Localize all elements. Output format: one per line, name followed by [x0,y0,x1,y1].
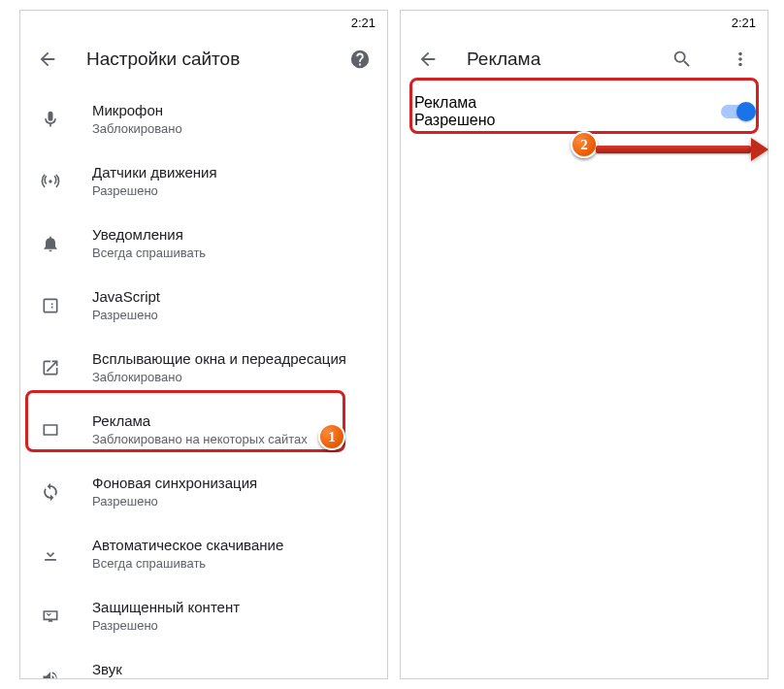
row-title: Фоновая синхронизация [92,474,372,493]
search-button[interactable] [663,40,702,79]
ads-switch[interactable] [721,103,754,120]
page-title: Настройки сайтов [86,49,321,70]
row-title: Уведомления [92,225,372,245]
row-subtitle: Разрешено [92,308,372,324]
download-icon [32,544,69,564]
back-button[interactable] [28,40,67,79]
protected-icon [32,607,69,626]
settings-row-popup[interactable]: Всплывающие окна и переадресацияЗаблокир… [20,337,387,399]
settings-row-bell[interactable]: УведомленияВсегда спрашивать [20,213,387,275]
row-subtitle: Заблокировано [92,370,372,386]
settings-row-sound[interactable]: ЗвукРазрешено [20,647,387,679]
settings-row-sensors[interactable]: Датчики движенияРазрешено [20,150,387,213]
row-subtitle: Всегда спрашивать [92,556,372,573]
row-title: Защищенный контент [92,598,372,617]
mic-icon [32,110,69,129]
toggle-title: Реклама [414,94,709,112]
row-title: Датчики движения [92,163,372,182]
sync-icon [32,482,69,502]
step-badge-2: 2 [571,131,598,158]
step-badge-1: 1 [318,423,345,450]
settings-row-download[interactable]: Автоматическое скачиваниеВсегда спрашива… [20,523,387,585]
row-subtitle: Разрешено [92,618,372,635]
clock: 2:21 [351,16,376,30]
row-title: Всплывающие окна и переадресация [92,349,372,369]
toggle-subtitle: Разрешено [414,112,709,129]
js-icon [32,296,69,315]
row-subtitle: Всегда спрашивать [92,246,372,262]
appbar-left: Настройки сайтов [20,34,387,84]
popup-icon [32,358,69,377]
sound-icon [32,669,69,679]
row-title: Автоматическое скачивание [92,536,372,555]
statusbar-left: 2:21 [20,11,387,34]
ads-icon [32,420,69,440]
row-subtitle: Разрешено [92,183,372,200]
statusbar-right: 2:21 [401,11,768,34]
clock: 2:21 [732,16,756,30]
phone-right: 2:21 Реклама Реклама Разрешено [400,10,768,679]
settings-list: МикрофонЗаблокированоДатчики движенияРаз… [20,84,387,679]
row-subtitle: Заблокировано [92,121,372,138]
settings-row-sync[interactable]: Фоновая синхронизацияРазрешено [20,461,387,523]
phone-left: 2:21 Настройки сайтов МикрофонЗаблокиров… [19,10,388,679]
back-button[interactable] [408,40,447,79]
settings-row-mic[interactable]: МикрофонЗаблокировано [20,88,387,150]
page-title: Реклама [467,49,643,70]
row-title: Микрофон [92,101,372,120]
row-title: Звук [92,660,372,679]
settings-row-js[interactable]: JavaScriptРазрешено [20,275,387,337]
help-button[interactable] [341,40,379,79]
settings-row-protected[interactable]: Защищенный контентРазрешено [20,585,387,647]
sensors-icon [32,172,69,191]
arrow-right [596,142,768,157]
row-title: JavaScript [92,287,372,307]
bell-icon [32,234,69,253]
appbar-right: Реклама [401,34,768,84]
row-subtitle: Разрешено [92,494,372,510]
overflow-menu-button[interactable] [721,40,760,79]
